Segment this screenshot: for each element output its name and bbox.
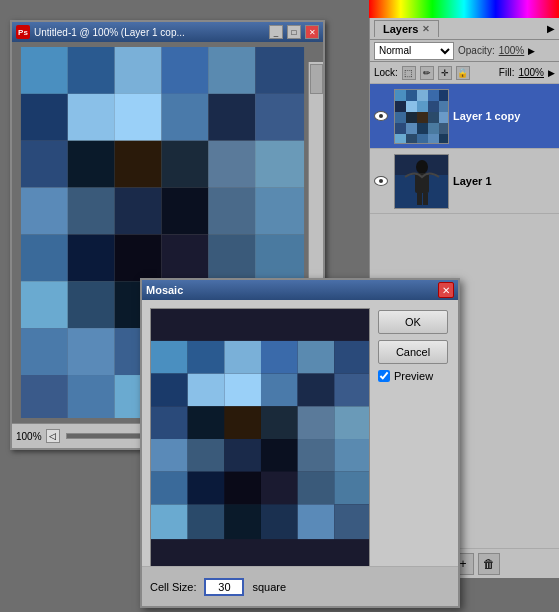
svg-rect-49 — [21, 188, 68, 235]
svg-rect-36 — [255, 47, 304, 94]
svg-rect-93 — [224, 406, 261, 439]
svg-rect-12 — [417, 112, 428, 123]
svg-rect-68 — [68, 328, 115, 375]
svg-rect-74 — [68, 375, 115, 418]
layer-item-copy[interactable]: Layer 1 copy — [370, 84, 559, 149]
svg-rect-62 — [68, 281, 115, 328]
svg-rect-50 — [68, 188, 115, 235]
preview-checkbox[interactable] — [378, 370, 390, 382]
svg-rect-21 — [406, 134, 417, 144]
svg-rect-95 — [298, 406, 335, 439]
svg-rect-110 — [188, 504, 225, 539]
lock-image-icon[interactable]: ✏ — [420, 66, 434, 80]
delete-layer-button[interactable]: 🗑 — [478, 553, 500, 575]
opacity-label: Opacity: — [458, 45, 495, 56]
svg-rect-37 — [21, 94, 68, 141]
lock-transparent-icon[interactable]: ⬚ — [402, 66, 416, 80]
svg-rect-31 — [21, 47, 68, 94]
layer-1-thumbnail — [394, 154, 449, 209]
svg-rect-96 — [334, 406, 369, 439]
mosaic-dialog: Mosaic ✕ — [140, 278, 460, 608]
opacity-value[interactable]: 100% — [499, 45, 525, 56]
svg-rect-18 — [428, 123, 439, 134]
svg-rect-101 — [298, 439, 335, 472]
svg-rect-108 — [334, 472, 369, 505]
layers-tab-label: Layers — [383, 23, 418, 35]
canvas-minimize-button[interactable]: _ — [269, 25, 283, 39]
svg-rect-103 — [151, 472, 188, 505]
zoom-display: 100% — [16, 431, 42, 442]
svg-rect-83 — [298, 341, 335, 374]
svg-rect-46 — [162, 141, 209, 188]
svg-rect-15 — [395, 123, 406, 134]
svg-rect-113 — [298, 504, 335, 539]
svg-rect-2 — [417, 90, 428, 101]
svg-rect-32 — [68, 47, 115, 94]
svg-rect-30 — [423, 193, 428, 205]
svg-rect-99 — [224, 439, 261, 472]
svg-rect-22 — [417, 134, 428, 144]
svg-rect-7 — [417, 101, 428, 112]
svg-rect-1 — [406, 90, 417, 101]
svg-rect-34 — [162, 47, 209, 94]
layer-1-name: Layer 1 — [453, 175, 492, 187]
svg-rect-8 — [428, 101, 439, 112]
svg-rect-4 — [439, 90, 449, 101]
svg-rect-73 — [21, 375, 68, 418]
svg-rect-56 — [68, 234, 115, 281]
svg-rect-19 — [439, 123, 449, 134]
lock-position-icon[interactable]: ✛ — [438, 66, 452, 80]
zoom-out-icon[interactable]: ◁ — [46, 429, 60, 443]
svg-rect-109 — [151, 504, 188, 539]
layers-panel-header: Layers ✕ ▶ — [370, 18, 559, 40]
cancel-button[interactable]: Cancel — [378, 340, 448, 364]
svg-rect-88 — [261, 374, 298, 407]
svg-rect-14 — [439, 112, 449, 123]
layers-panel-menu[interactable]: ▶ — [547, 23, 555, 34]
blend-mode-select[interactable]: Normal — [374, 42, 454, 60]
svg-rect-100 — [261, 439, 298, 472]
photoshop-icon: Ps — [16, 25, 30, 39]
layers-tab[interactable]: Layers ✕ — [374, 20, 439, 37]
preview-label: Preview — [394, 370, 433, 382]
layer-copy-visibility[interactable] — [372, 107, 390, 125]
svg-rect-107 — [298, 472, 335, 505]
canvas-maximize-button[interactable]: □ — [287, 25, 301, 39]
canvas-titlebar: Ps Untitled-1 @ 100% (Layer 1 cop... _ □… — [12, 22, 323, 42]
svg-rect-53 — [208, 188, 255, 235]
svg-rect-35 — [208, 47, 255, 94]
eye-icon-copy — [374, 111, 388, 121]
svg-rect-55 — [21, 234, 68, 281]
opacity-arrow[interactable]: ▶ — [528, 46, 535, 56]
svg-rect-13 — [428, 112, 439, 123]
svg-rect-104 — [188, 472, 225, 505]
svg-rect-111 — [224, 504, 261, 539]
dialog-close-button[interactable]: ✕ — [438, 282, 454, 298]
layers-tab-close[interactable]: ✕ — [422, 24, 430, 34]
layer-item-1[interactable]: Layer 1 — [370, 149, 559, 214]
svg-rect-85 — [151, 374, 188, 407]
svg-rect-97 — [151, 439, 188, 472]
preview-mosaic-svg — [151, 309, 369, 571]
cell-size-label: Cell Size: — [150, 581, 196, 593]
fill-arrow[interactable]: ▶ — [548, 68, 555, 78]
svg-rect-45 — [115, 141, 162, 188]
svg-rect-43 — [21, 141, 68, 188]
lock-all-icon[interactable]: 🔒 — [456, 66, 470, 80]
scrollbar-thumb-v[interactable] — [310, 64, 323, 94]
cell-size-input[interactable] — [204, 578, 244, 596]
canvas-close-button[interactable]: ✕ — [305, 25, 319, 39]
svg-rect-114 — [334, 504, 369, 539]
layer-copy-name: Layer 1 copy — [453, 110, 520, 122]
svg-rect-91 — [151, 406, 188, 439]
svg-rect-61 — [21, 281, 68, 328]
svg-rect-6 — [406, 101, 417, 112]
svg-rect-54 — [255, 188, 304, 235]
svg-rect-29 — [417, 193, 422, 205]
dialog-content: − 100% + OK Cancel Preview — [142, 300, 458, 606]
svg-rect-5 — [395, 101, 406, 112]
svg-rect-112 — [261, 504, 298, 539]
fill-value[interactable]: 100% — [518, 67, 544, 78]
layer-1-visibility[interactable] — [372, 172, 390, 190]
ok-button[interactable]: OK — [378, 310, 448, 334]
